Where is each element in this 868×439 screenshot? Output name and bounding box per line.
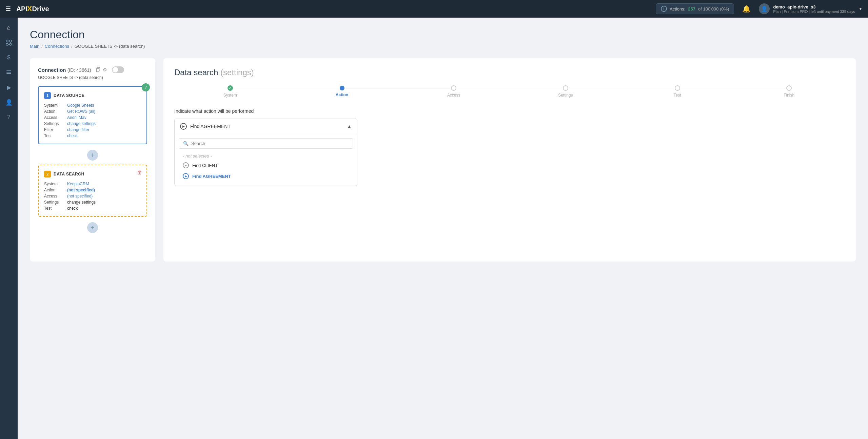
breadcrumb-sep1: / — [41, 44, 43, 49]
breadcrumb-main[interactable]: Main — [30, 44, 39, 49]
sidebar-item-billing[interactable]: $ — [3, 51, 15, 64]
svg-point-1 — [9, 40, 12, 42]
row-val-settings2[interactable]: change settings — [67, 200, 96, 205]
step-circle-access — [451, 85, 456, 91]
search-input[interactable] — [191, 141, 349, 146]
search-box[interactable]: 🔍 — [179, 138, 353, 149]
row-val-filter[interactable]: change filter — [67, 127, 89, 132]
settings-icon[interactable]: ⚙ — [103, 67, 107, 72]
row-val-test[interactable]: check — [67, 133, 78, 138]
row-key: Test — [44, 133, 64, 138]
user-section[interactable]: 👤 demo_apix-drive_s3 Plan | Premium PRO … — [759, 3, 863, 14]
play-icon-client: ▶ — [183, 162, 189, 168]
table-row: Access (not specified) — [44, 194, 141, 198]
sidebar: ⌂ $ ▶ 👤 ? — [0, 18, 18, 439]
row-val-action2[interactable]: (not specified) — [67, 188, 95, 192]
svg-rect-10 — [6, 70, 11, 71]
actions-count: 257 — [688, 6, 695, 12]
progress-step-finish: Finish — [733, 85, 845, 98]
step1-num: 1 — [44, 92, 51, 99]
sidebar-item-tools[interactable] — [3, 66, 15, 79]
logo-api-text: API — [16, 5, 27, 13]
sidebar-item-help[interactable]: ? — [3, 111, 15, 123]
logo-drive-text: Drive — [32, 5, 49, 13]
connection-id: (ID: 43661) — [67, 67, 91, 73]
row-val-access[interactable]: Andrii Mav — [67, 115, 86, 120]
step2-header: 2 DATA SEARCH — [44, 171, 141, 177]
table-row: Test check — [44, 133, 141, 138]
row-val-settings[interactable]: change settings — [67, 121, 96, 126]
logo-x-text: X — [27, 4, 32, 13]
main-layout: ⌂ $ ▶ 👤 ? Connection — [0, 18, 868, 439]
left-card: Connection (ID: 43661) 🗍 ⚙ GOOGLE SHEETS… — [30, 58, 155, 262]
indicate-label: Indicate what action will be performed — [174, 108, 845, 114]
svg-rect-9 — [6, 73, 11, 74]
step1-check: ✓ — [142, 83, 150, 91]
option-label: Find AGREEMENT — [192, 174, 231, 179]
right-card: Data search (settings) ✓ System Action — [163, 58, 856, 262]
row-val-system2[interactable]: KeepinCRM — [67, 182, 89, 186]
connection-card-title: Connection (ID: 43661) — [38, 67, 91, 73]
step-label-finish: Finish — [784, 93, 794, 98]
hamburger-menu-icon[interactable]: ☰ — [5, 5, 11, 13]
chevron-up-icon: ▲ — [347, 124, 352, 129]
step1-rows: System Google Sheets Action Get ROWS (al… — [44, 103, 141, 138]
svg-point-3 — [9, 43, 12, 45]
copy-icon[interactable]: 🗍 — [96, 67, 101, 72]
content: Connection Main / Connections / GOOGLE S… — [18, 18, 868, 439]
user-name: demo_apix-drive_s3 — [773, 4, 855, 9]
dropdown-trigger-left: ▶ Find AGREEMENT — [180, 123, 231, 130]
dropdown-option-find-client[interactable]: ▶ Find CLIENT — [179, 160, 353, 171]
user-info: demo_apix-drive_s3 Plan | Premium PRO | … — [773, 4, 855, 14]
step-circle-system: ✓ — [228, 85, 233, 91]
actions-badge: i Actions: 257 of 100'000 (0%) — [656, 3, 734, 14]
row-val-access2[interactable]: (not specified) — [67, 194, 93, 198]
avatar: 👤 — [759, 3, 770, 14]
step2-num: 2 — [44, 171, 51, 177]
dropdown-panel: 🔍 - not selected - ▶ Find CLIENT ▶ — [174, 134, 357, 186]
table-row: Access Andrii Mav — [44, 115, 141, 120]
row-val-action[interactable]: Get ROWS (all) — [67, 109, 95, 114]
step-label-test: Test — [674, 93, 681, 98]
step1-box: ✓ 1 DATA SOURCE System Google Sheets Act… — [38, 86, 147, 144]
bell-icon[interactable]: 🔔 — [742, 5, 751, 13]
info-icon: i — [661, 6, 667, 12]
progress-step-test: Test — [622, 85, 733, 98]
delete-icon[interactable]: 🗑 — [137, 169, 142, 175]
step2-label: DATA SEARCH — [54, 172, 84, 176]
toggle-switch[interactable] — [112, 66, 124, 73]
topnav: ☰ APIXDrive i Actions: 257 of 100'000 (0… — [0, 0, 868, 18]
row-key: Settings — [44, 200, 64, 205]
breadcrumb-current: GOOGLE SHEETS -> (data search) — [75, 44, 145, 49]
row-val-test2[interactable]: check — [67, 206, 78, 211]
sidebar-item-connections[interactable] — [3, 37, 15, 49]
dropdown-trigger[interactable]: ▶ Find AGREEMENT ▲ — [174, 119, 357, 134]
sidebar-item-profile[interactable]: 👤 — [3, 96, 15, 108]
table-row: System KeepinCRM — [44, 182, 141, 186]
search-icon: 🔍 — [183, 141, 189, 146]
dropdown-option-not-selected[interactable]: - not selected - — [179, 152, 353, 160]
breadcrumb-connections[interactable]: Connections — [45, 44, 69, 49]
cards-row: Connection (ID: 43661) 🗍 ⚙ GOOGLE SHEETS… — [30, 58, 856, 262]
table-row: Settings change settings — [44, 200, 141, 205]
option-label: - not selected - — [183, 153, 212, 159]
right-card-title: Data search (settings) — [174, 68, 845, 77]
actions-total: of 100'000 (0%) — [698, 6, 729, 12]
option-label: Find CLIENT — [192, 163, 218, 168]
svg-rect-8 — [6, 72, 11, 72]
row-val-system[interactable]: Google Sheets — [67, 103, 94, 108]
step-label-settings: Settings — [558, 93, 573, 98]
action-dropdown: ▶ Find AGREEMENT ▲ 🔍 - not selected - — [174, 119, 357, 186]
sidebar-item-home[interactable]: ⌂ — [3, 22, 15, 34]
actions-label: Actions: — [670, 6, 685, 12]
step-label-action: Action — [336, 92, 348, 97]
dropdown-option-find-agreement[interactable]: ▶ Find AGREEMENT — [179, 171, 353, 182]
sidebar-item-play[interactable]: ▶ — [3, 81, 15, 93]
page-title: Connection — [30, 28, 856, 41]
table-row: System Google Sheets — [44, 103, 141, 108]
progress-step-action: Action — [286, 86, 398, 97]
step1-label: DATA SOURCE — [54, 93, 84, 98]
add-step-btn-1[interactable]: + — [87, 150, 98, 161]
play-icon: ▶ — [180, 123, 187, 130]
add-step-btn-2[interactable]: + — [87, 222, 98, 233]
